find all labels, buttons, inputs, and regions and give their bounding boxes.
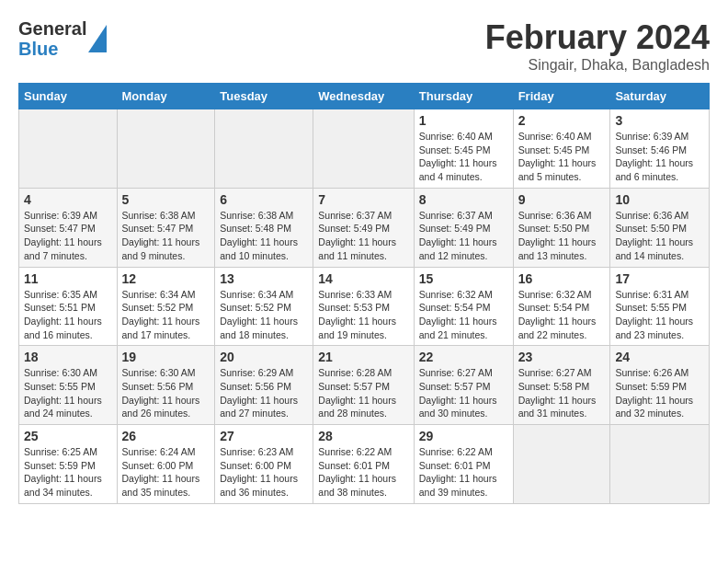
day-number: 12 [122,271,210,286]
day-header-monday: Monday [117,84,215,109]
day-cell: 7Sunrise: 6:37 AMSunset: 5:49 PMDaylight… [313,188,414,267]
week-row-5: 25Sunrise: 6:25 AMSunset: 5:59 PMDayligh… [19,425,710,504]
day-cell: 26Sunrise: 6:24 AMSunset: 6:00 PMDayligh… [117,425,215,504]
day-cell: 24Sunrise: 6:26 AMSunset: 5:59 PMDayligh… [610,346,710,425]
day-header-saturday: Saturday [610,84,710,109]
day-info: Sunrise: 6:23 AMSunset: 6:00 PMDaylight:… [220,445,308,500]
day-cell: 6Sunrise: 6:38 AMSunset: 5:48 PMDaylight… [215,188,313,267]
day-number: 15 [419,271,508,286]
day-info: Sunrise: 6:36 AMSunset: 5:50 PMDaylight:… [615,209,704,263]
day-number: 16 [518,271,606,286]
day-number: 18 [24,350,112,364]
day-cell: 5Sunrise: 6:38 AMSunset: 5:47 PMDaylight… [117,188,215,267]
week-row-3: 11Sunrise: 6:35 AMSunset: 5:51 PMDayligh… [19,267,710,346]
day-cell [19,109,118,189]
day-header-tuesday: Tuesday [215,84,313,109]
day-info: Sunrise: 6:38 AMSunset: 5:47 PMDaylight:… [122,209,210,263]
logo-general-text: General [18,18,86,39]
week-row-1: 1Sunrise: 6:40 AMSunset: 5:45 PMDaylight… [19,109,710,189]
day-number: 26 [122,429,210,443]
day-number: 3 [615,113,704,128]
page-header: General Blue February 2024 Singair, Dhak… [18,18,710,74]
day-header-sunday: Sunday [19,84,118,109]
day-number: 29 [419,429,508,443]
day-cell: 4Sunrise: 6:39 AMSunset: 5:47 PMDaylight… [19,188,118,267]
day-info: Sunrise: 6:27 AMSunset: 5:58 PMDaylight:… [518,366,606,420]
day-cell: 27Sunrise: 6:23 AMSunset: 6:00 PMDayligh… [215,425,313,504]
day-cell [313,109,414,189]
day-number: 1 [419,113,508,128]
day-cell: 22Sunrise: 6:27 AMSunset: 5:57 PMDayligh… [414,346,513,425]
day-info: Sunrise: 6:34 AMSunset: 5:52 PMDaylight:… [122,288,210,342]
day-number: 14 [318,271,408,286]
day-cell: 9Sunrise: 6:36 AMSunset: 5:50 PMDaylight… [513,188,610,267]
day-cell [215,109,313,189]
logo-icon [88,25,107,52]
logo-blue-text: Blue [18,39,86,59]
day-info: Sunrise: 6:30 AMSunset: 5:55 PMDaylight:… [24,366,112,420]
day-info: Sunrise: 6:34 AMSunset: 5:52 PMDaylight:… [220,288,308,342]
day-info: Sunrise: 6:39 AMSunset: 5:46 PMDaylight:… [615,130,704,184]
calendar-table: SundayMondayTuesdayWednesdayThursdayFrid… [18,83,710,504]
day-cell: 21Sunrise: 6:28 AMSunset: 5:57 PMDayligh… [313,346,414,425]
day-info: Sunrise: 6:28 AMSunset: 5:57 PMDaylight:… [318,366,408,420]
day-number: 23 [518,350,606,364]
day-number: 21 [318,350,408,364]
day-cell [513,425,610,504]
day-info: Sunrise: 6:22 AMSunset: 6:01 PMDaylight:… [419,445,508,500]
day-number: 19 [122,350,210,364]
day-number: 27 [220,429,308,443]
calendar-subtitle: Singair, Dhaka, Bangladesh [485,57,710,74]
day-info: Sunrise: 6:37 AMSunset: 5:49 PMDaylight:… [318,209,408,263]
day-cell: 14Sunrise: 6:33 AMSunset: 5:53 PMDayligh… [313,267,414,346]
day-info: Sunrise: 6:31 AMSunset: 5:55 PMDaylight:… [615,288,704,342]
day-cell: 25Sunrise: 6:25 AMSunset: 5:59 PMDayligh… [19,425,118,504]
day-cell: 19Sunrise: 6:30 AMSunset: 5:56 PMDayligh… [117,346,215,425]
day-number: 20 [220,350,308,364]
day-info: Sunrise: 6:39 AMSunset: 5:47 PMDaylight:… [24,209,112,263]
title-block: February 2024 Singair, Dhaka, Bangladesh [485,18,710,74]
day-number: 25 [24,429,112,443]
day-cell: 16Sunrise: 6:32 AMSunset: 5:54 PMDayligh… [513,267,610,346]
calendar-header-row: SundayMondayTuesdayWednesdayThursdayFrid… [19,84,710,109]
day-number: 9 [518,192,606,207]
day-header-friday: Friday [513,84,610,109]
day-info: Sunrise: 6:27 AMSunset: 5:57 PMDaylight:… [419,366,508,420]
day-cell: 2Sunrise: 6:40 AMSunset: 5:45 PMDaylight… [513,109,610,189]
day-info: Sunrise: 6:37 AMSunset: 5:49 PMDaylight:… [419,209,508,263]
day-cell [610,425,710,504]
day-info: Sunrise: 6:22 AMSunset: 6:01 PMDaylight:… [318,445,408,500]
day-info: Sunrise: 6:33 AMSunset: 5:53 PMDaylight:… [318,288,408,342]
day-number: 2 [518,113,606,128]
day-header-thursday: Thursday [414,84,513,109]
day-number: 11 [24,271,112,286]
day-cell: 3Sunrise: 6:39 AMSunset: 5:46 PMDaylight… [610,109,710,189]
day-cell: 10Sunrise: 6:36 AMSunset: 5:50 PMDayligh… [610,188,710,267]
day-number: 6 [220,192,308,207]
calendar-title: February 2024 [485,18,710,57]
day-cell: 18Sunrise: 6:30 AMSunset: 5:55 PMDayligh… [19,346,118,425]
day-info: Sunrise: 6:40 AMSunset: 5:45 PMDaylight:… [518,130,606,184]
day-info: Sunrise: 6:38 AMSunset: 5:48 PMDaylight:… [220,209,308,263]
day-cell: 12Sunrise: 6:34 AMSunset: 5:52 PMDayligh… [117,267,215,346]
day-number: 28 [318,429,408,443]
day-cell: 20Sunrise: 6:29 AMSunset: 5:56 PMDayligh… [215,346,313,425]
day-cell: 29Sunrise: 6:22 AMSunset: 6:01 PMDayligh… [414,425,513,504]
week-row-4: 18Sunrise: 6:30 AMSunset: 5:55 PMDayligh… [19,346,710,425]
day-header-wednesday: Wednesday [313,84,414,109]
day-cell: 23Sunrise: 6:27 AMSunset: 5:58 PMDayligh… [513,346,610,425]
day-info: Sunrise: 6:32 AMSunset: 5:54 PMDaylight:… [518,288,606,342]
day-info: Sunrise: 6:40 AMSunset: 5:45 PMDaylight:… [419,130,508,184]
day-cell: 17Sunrise: 6:31 AMSunset: 5:55 PMDayligh… [610,267,710,346]
day-info: Sunrise: 6:26 AMSunset: 5:59 PMDaylight:… [615,366,704,420]
week-row-2: 4Sunrise: 6:39 AMSunset: 5:47 PMDaylight… [19,188,710,267]
day-number: 7 [318,192,408,207]
day-number: 8 [419,192,508,207]
day-cell: 15Sunrise: 6:32 AMSunset: 5:54 PMDayligh… [414,267,513,346]
day-number: 10 [615,192,704,207]
day-cell: 1Sunrise: 6:40 AMSunset: 5:45 PMDaylight… [414,109,513,189]
svg-marker-0 [88,25,107,52]
day-info: Sunrise: 6:24 AMSunset: 6:00 PMDaylight:… [122,445,210,500]
day-number: 13 [220,271,308,286]
day-info: Sunrise: 6:30 AMSunset: 5:56 PMDaylight:… [122,366,210,420]
